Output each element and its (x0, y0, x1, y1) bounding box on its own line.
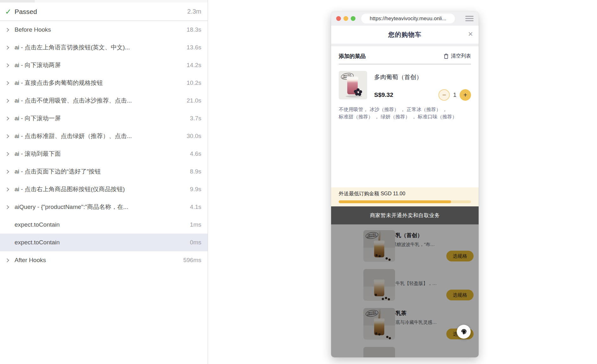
step-label: ai - 点击页面下边的“选好了”按钮 (15, 167, 101, 176)
step-row-ai-scroll-bottom[interactable]: ai - 滚动到最下面 4.6s (0, 145, 208, 163)
quantity-stepper: − 1 + (438, 89, 471, 101)
maximize-window-icon[interactable] (351, 16, 355, 21)
step-label: Before Hooks (15, 26, 51, 33)
clear-cart-label: 清空列表 (451, 53, 471, 60)
order-progress-track (339, 200, 471, 203)
step-duration: 4.1s (186, 204, 201, 210)
traffic-lights (336, 16, 355, 21)
chevron-right-icon (5, 99, 9, 103)
chevron-right-icon (5, 134, 9, 138)
step-row-ai-scroll-one[interactable]: ai - 向下滚动一屏 3.7s (0, 110, 208, 127)
browser-chrome-bar: https://heyteavivocity.meuu.onli... (331, 11, 479, 26)
minimum-order-section: 外送最低订购金额 SGD 11.00 (331, 187, 479, 206)
tab-remnant (0, 0, 35, 3)
trash-icon (444, 53, 449, 59)
chevron-right-icon (5, 63, 9, 67)
cart-item-name: 多肉葡萄（首创） (374, 73, 471, 81)
step-label: ai - 直接点击多肉葡萄的规格按钮 (15, 79, 103, 87)
menu-icon[interactable] (465, 16, 474, 21)
step-row-ai-click-spec[interactable]: ai - 直接点击多肉葡萄的规格按钮 10.2s (0, 74, 208, 92)
quantity-value: 1 (453, 91, 456, 98)
step-row-ai-scroll-two[interactable]: ai - 向下滚动两屏 14.2s (0, 56, 208, 74)
specs-line-2: 标准甜（推荐） ， 绿妍（推荐） ， 标准口味（推荐） (339, 113, 471, 120)
step-duration: 14.2s (183, 62, 201, 69)
check-icon: ✓ (5, 7, 15, 16)
cart-section-title: 添加的菜品 (339, 53, 366, 60)
cart-item-row: HEYTEA ORIGINAL 多肉葡萄（首创） S$9.32 − 1 + (339, 71, 471, 101)
step-row-ai-language-switch[interactable]: ai - 点击左上角语言切换按钮(英文、中文)... 13.6s (0, 39, 208, 56)
cart-section-header: 添加的菜品 清空列表 (331, 46, 479, 60)
headset-agent-icon (460, 328, 468, 336)
divider (331, 44, 479, 46)
step-label: ai - 滚动到最下面 (15, 150, 61, 158)
chevron-right-icon (5, 258, 9, 262)
test-status-label: Passed (15, 8, 37, 16)
step-label: aiQuery - {"productName":"商品名称，在... (15, 203, 128, 211)
step-label: expect.toContain (15, 239, 60, 246)
step-duration: 9.9s (186, 186, 201, 193)
step-duration: 1ms (186, 221, 201, 228)
customer-service-button[interactable] (457, 325, 471, 339)
chevron-right-icon (5, 205, 9, 209)
step-row-before-hooks[interactable]: Before Hooks 18.3s (0, 21, 208, 39)
step-row-aiquery[interactable]: aiQuery - {"productName":"商品名称，在... 4.1s (0, 198, 208, 216)
chevron-right-icon (5, 187, 9, 191)
step-duration: 13.6s (183, 44, 201, 51)
chevron-right-icon (5, 116, 9, 121)
step-row-ai-no-straw[interactable]: ai - 点击不使用吸管、点击冰沙推荐、点击... 21.0s (0, 92, 208, 110)
chevron-right-icon (5, 152, 9, 156)
browser-window: https://heyteavivocity.meuu.onli... 您的购物… (331, 11, 479, 357)
step-label: ai - 点击不使用吸管、点击冰沙推荐、点击... (15, 97, 132, 105)
order-progress-fill (339, 200, 451, 203)
step-label: ai - 向下滚动一屏 (15, 114, 61, 122)
test-total-duration: 2.3m (187, 8, 201, 15)
decrease-quantity-button[interactable]: − (438, 89, 450, 101)
test-report-panel: ✓ Passed 2.3m Before Hooks 18.3s ai - 点击… (0, 0, 208, 364)
step-duration: 30.0s (183, 133, 201, 140)
chevron-right-icon (5, 28, 9, 32)
step-duration: 8.9s (186, 168, 201, 175)
dim-overlay (331, 224, 479, 357)
product-image-duorou-grape: HEYTEA ORIGINAL (339, 71, 367, 99)
cart-item-info: 多肉葡萄（首创） S$9.32 − 1 + (374, 71, 471, 101)
step-duration: 3.7s (186, 115, 201, 122)
step-label: ai - 点击左上角语言切换按钮(英文、中文)... (15, 43, 130, 52)
step-row-expect-2-selected[interactable]: expect.toContain 0ms (0, 234, 208, 251)
minimize-window-icon[interactable] (343, 16, 348, 21)
step-duration: 18.3s (183, 26, 201, 33)
close-icon[interactable]: × (468, 30, 473, 38)
step-duration: 21.0s (183, 97, 201, 104)
step-row-ai-click-product-icon[interactable]: ai - 点击右上角商品图标按钮(仅商品按钮) 9.9s (0, 180, 208, 198)
step-duration: 0ms (186, 239, 201, 246)
step-label: expect.toContain (15, 221, 60, 228)
step-label: ai - 点击右上角商品图标按钮(仅商品按钮) (15, 185, 125, 193)
close-window-icon[interactable] (336, 16, 341, 21)
step-row-expect-1[interactable]: expect.toContain 1ms (0, 216, 208, 234)
step-label: After Hooks (15, 257, 46, 264)
cart-item-specs: 不使用吸管， 冰沙（推荐） ， 正常冰（推荐） ， 标准甜（推荐） ， 绿妍（推… (339, 106, 471, 120)
test-status-row[interactable]: ✓ Passed 2.3m (0, 3, 208, 21)
divider (339, 64, 471, 64)
chevron-right-icon (5, 170, 9, 174)
clear-cart-button[interactable]: 清空列表 (444, 53, 471, 60)
step-duration: 596ms (179, 257, 201, 264)
chevron-right-icon (5, 81, 9, 85)
specs-line-1: 不使用吸管， 冰沙（推荐） ， 正常冰（推荐） ， (339, 106, 471, 113)
step-duration: 10.2s (183, 79, 201, 86)
step-label: ai - 向下滚动两屏 (15, 61, 61, 69)
step-row-ai-click-done[interactable]: ai - 点击页面下边的“选好了”按钮 8.9s (0, 163, 208, 180)
cart-modal-header: 您的购物车 × (331, 26, 479, 44)
step-label: ai - 点击标准甜、点击绿妍（推荐）、点击... (15, 132, 132, 140)
step-row-ai-standard-sweet[interactable]: ai - 点击标准甜、点击绿妍（推荐）、点击... 30.0s (0, 127, 208, 145)
url-bar[interactable]: https://heyteavivocity.meuu.onli... (361, 14, 455, 23)
step-row-after-hooks[interactable]: After Hooks 596ms (0, 251, 208, 269)
store-notice-banner: 商家暂未开通外卖和自取业务 (331, 206, 479, 224)
cart-item-price: S$9.32 (374, 91, 393, 98)
cart-title: 您的购物车 (388, 30, 422, 39)
minimum-order-label: 外送最低订购金额 SGD 11.00 (339, 191, 471, 197)
increase-quantity-button[interactable]: + (460, 89, 471, 101)
chevron-right-icon (5, 46, 9, 50)
panel-top-strip (0, 0, 208, 3)
menu-product-list: HEYTEA ORIGINAL 烤黑糖波波牛乳（首创） 2012年首创烤黑糖波波… (331, 224, 479, 357)
step-duration: 4.6s (186, 150, 201, 157)
